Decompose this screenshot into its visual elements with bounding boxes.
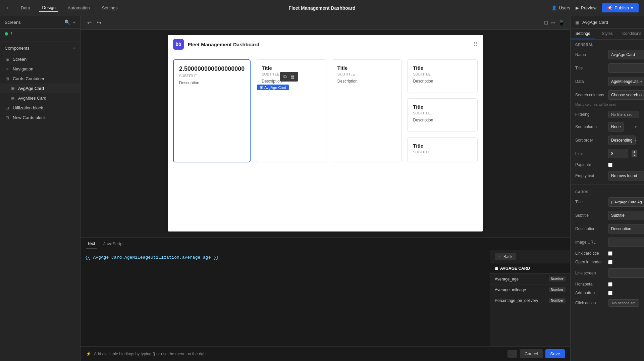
search-hint-text: Max 5 columns will be used xyxy=(575,103,616,106)
right-header-title: AvgAge Card xyxy=(582,20,608,25)
components-header: Components + xyxy=(0,42,80,54)
tablet-view-button[interactable]: ▭ xyxy=(550,19,555,26)
card-3[interactable]: Title SUBTITLE Description xyxy=(332,59,402,162)
context-menu: ⧉ 🗑 xyxy=(280,72,298,82)
page-title-display: Fleet Management Dashboard xyxy=(188,42,259,47)
arrow-button[interactable]: → xyxy=(507,350,517,358)
navigation-component-icon: ≡ xyxy=(5,67,10,71)
cards-horizontal-checkbox[interactable] xyxy=(608,282,612,287)
selected-component-name: AvgAge Card xyxy=(264,86,286,90)
field-paginate-checkbox[interactable] xyxy=(608,163,612,167)
duplicate-button[interactable]: ⧉ xyxy=(283,74,287,80)
binding-row-2[interactable]: Percentage_on_delivery Number xyxy=(490,295,570,306)
tab-styles[interactable]: Styles xyxy=(595,29,620,39)
page-title: Fleet Management Dashboard xyxy=(217,5,427,11)
field-limit-input[interactable] xyxy=(608,149,628,158)
save-button[interactable]: Save xyxy=(545,349,565,358)
redo-button[interactable]: ↪ xyxy=(96,19,103,27)
add-component-button[interactable]: + xyxy=(73,45,75,51)
nav-tab-data[interactable]: Data xyxy=(18,4,33,12)
field-data-select[interactable]: AgeMileageUtil... xyxy=(608,77,644,86)
selected-component-label: ▣ AvgAge Card xyxy=(257,85,289,90)
screens-header: Screens 🔍 + xyxy=(0,16,80,29)
binding-row-1[interactable]: Average_mileage Number xyxy=(490,285,570,295)
no-actions-button[interactable]: No actions set xyxy=(608,299,639,307)
component-new-cards-block[interactable]: ⊟ New Cards block xyxy=(0,113,80,122)
cards-image-url-row: Image URL ⚡ xyxy=(571,236,644,249)
screen-dot xyxy=(5,32,8,36)
cards-link-card-title-checkbox[interactable] xyxy=(608,251,612,256)
add-screen-button[interactable]: + xyxy=(73,19,75,25)
field-empty-text-row: Empty text ⚡ xyxy=(571,169,644,183)
back-button[interactable]: ← xyxy=(5,4,11,11)
nav-tab-settings[interactable]: Settings xyxy=(99,4,120,12)
field-filtering-row: Filtering No filters set xyxy=(571,109,644,120)
component-utilization-block[interactable]: ⊟ Utilization block xyxy=(0,103,80,113)
back-button-bindings[interactable]: ← Back xyxy=(495,253,516,260)
cards-grid: 2.500000000000000000 SUBTITLE Descriptio… xyxy=(168,54,483,168)
cards-add-button-label: Add button xyxy=(575,291,605,295)
new-cards-block-icon: ⊟ xyxy=(5,115,10,120)
nav-tab-automation[interactable]: Automation xyxy=(65,4,93,12)
bindings-source-icon: ⊞ xyxy=(495,266,498,271)
tab-text[interactable]: Text xyxy=(86,238,97,249)
cards-link-screen-label: Link screen xyxy=(575,271,605,275)
component-screen[interactable]: ▣ Screen xyxy=(0,54,80,64)
search-screens-button[interactable]: 🔍 xyxy=(64,19,70,25)
component-cards-container-label: Cards Container xyxy=(13,76,45,81)
cancel-button[interactable]: Cancel xyxy=(520,349,543,358)
nav-tab-design[interactable]: Design xyxy=(39,4,58,12)
undo-button[interactable]: ↩ xyxy=(86,19,93,27)
cards-title-row: Title ⚡ xyxy=(571,195,644,209)
screen-item-root[interactable]: / xyxy=(0,29,80,39)
cards-open-in-modal-checkbox[interactable] xyxy=(608,260,612,264)
field-name-input[interactable] xyxy=(608,50,644,59)
component-cards-container[interactable]: ⊞ Cards Container xyxy=(0,74,80,84)
cards-description-input[interactable] xyxy=(608,224,644,234)
delete-button[interactable]: 🗑 xyxy=(290,74,295,80)
field-paginate-row: Paginate xyxy=(571,160,644,169)
bindings-source-title: AVGAGE CARD xyxy=(500,266,530,271)
cards-title-input[interactable] xyxy=(608,197,644,207)
tab-conditions[interactable]: Conditions xyxy=(620,29,644,39)
desktop-view-button[interactable]: □ xyxy=(544,19,548,26)
card-6-title: Title xyxy=(413,143,472,149)
binding-row-0[interactable]: Average_age Number xyxy=(490,274,570,285)
tab-settings[interactable]: Settings xyxy=(571,29,595,39)
cards-link-screen-input[interactable] xyxy=(608,268,644,278)
component-avgmiles-card[interactable]: ▣ AvgMiles Card xyxy=(0,93,80,103)
field-sort-order-select[interactable]: Descending xyxy=(608,136,636,145)
mobile-view-button[interactable]: 📱 xyxy=(558,19,565,26)
code-editor[interactable]: {{ AvgAge Card.AgeMileageUtilization.ave… xyxy=(80,250,490,346)
general-section-label: GENERAL xyxy=(571,40,644,48)
field-title-input[interactable] xyxy=(608,63,644,73)
component-avgage-card[interactable]: ▣ AvgAge Card xyxy=(0,84,80,93)
card-1[interactable]: 2.500000000000000000 SUBTITLE Descriptio… xyxy=(173,59,251,162)
card-3-title: Title xyxy=(337,65,396,71)
field-empty-text-input[interactable] xyxy=(608,171,644,180)
preview-button[interactable]: ▶ Preview xyxy=(576,5,596,10)
cards-add-button-checkbox[interactable] xyxy=(608,291,612,295)
users-button[interactable]: 👤 Users xyxy=(551,5,570,10)
card-2-title: Title xyxy=(262,65,321,71)
field-name-row: Name xyxy=(571,48,644,61)
cards-image-url-input[interactable] xyxy=(608,238,644,247)
cards-subtitle-label: Subtitle xyxy=(575,213,605,218)
screen-component-icon: ▣ xyxy=(5,57,10,62)
card-5-desc: Description xyxy=(413,118,472,122)
cards-open-in-modal-row: Open in modal xyxy=(571,258,644,266)
field-search-columns-select[interactable]: Choose search col... xyxy=(608,90,644,100)
field-data-row: Data AgeMileageUtil... ⓘ xyxy=(571,75,644,88)
card-5[interactable]: Title SUBTITLE Description xyxy=(407,98,478,132)
field-sort-column-select[interactable]: None xyxy=(608,122,624,132)
publish-button[interactable]: 📢 Publish ▾ xyxy=(602,3,639,12)
cards-subtitle-input[interactable] xyxy=(608,211,644,220)
avgmiles-card-icon: ▣ xyxy=(10,96,15,100)
card-3-desc: Description xyxy=(337,79,396,84)
tab-javascript[interactable]: JavaScript xyxy=(102,239,125,249)
card-4[interactable]: Title SUBTITLE Description xyxy=(407,59,478,93)
component-navigation[interactable]: ≡ Navigation xyxy=(0,64,80,74)
component-utilization-block-label: Utilization block xyxy=(13,105,43,110)
card-6[interactable]: Title SUBTITLE xyxy=(407,137,478,162)
card-4-subtitle: SUBTITLE xyxy=(413,72,472,76)
